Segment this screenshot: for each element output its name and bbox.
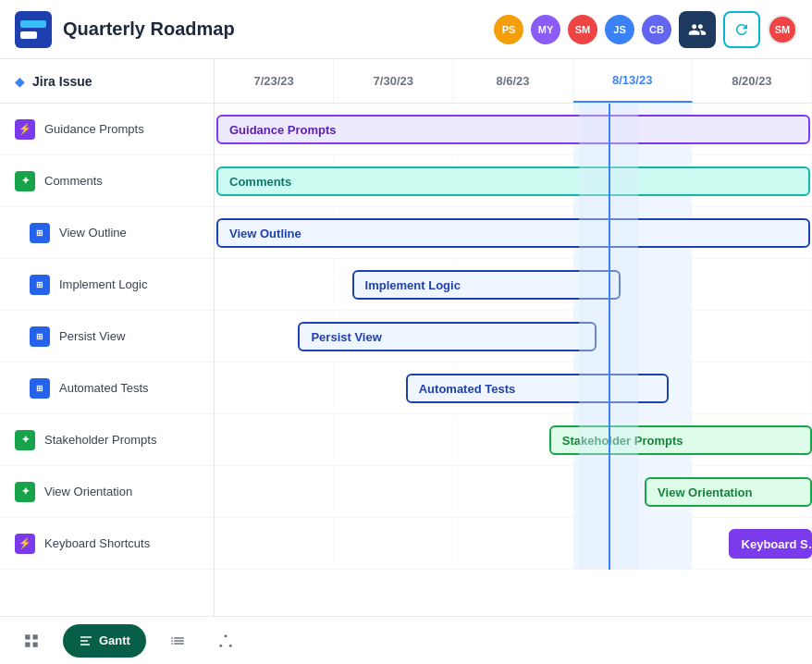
gantt-cell	[215, 363, 334, 413]
gantt-header: 7/23/23 7/30/23 8/6/23 8/13/23 8/20/23	[215, 59, 812, 104]
col-date-3: 8/6/23	[453, 59, 572, 103]
bar-implement-logic[interactable]: Implement Logic	[352, 270, 621, 300]
bar-view-outline[interactable]: View Outline	[216, 218, 810, 248]
sidebar: ◆ Jira Issue ⚡ Guidance Prompts ✦ Commen…	[0, 59, 215, 616]
view-orientation-icon: ✦	[15, 482, 35, 502]
gantt-cell	[334, 414, 453, 465]
gantt-row-persist-view: Persist View	[215, 311, 812, 363]
grid-view-button[interactable]	[15, 624, 48, 658]
app-title: Quarterly Roadmap	[63, 18, 235, 40]
gantt-cell	[215, 414, 334, 465]
avatar-ps[interactable]: PS	[494, 15, 523, 44]
col-date-4: 8/13/23	[573, 59, 693, 103]
gantt-row-implement-logic: Implement Logic	[215, 259, 812, 311]
automated-tests-icon: ⊞	[30, 378, 50, 399]
keyboard-shortcuts-icon: ⚡	[15, 534, 35, 554]
header-right: PS MY SM JS CB SM	[494, 11, 797, 48]
app-logo	[15, 11, 52, 48]
bar-persist-view[interactable]: Persist View	[298, 322, 597, 351]
persist-view-icon: ⊞	[30, 326, 50, 347]
col-date-5: 8/20/23	[693, 59, 812, 103]
gantt-cell	[693, 259, 812, 310]
sidebar-header: ◆ Jira Issue	[0, 59, 214, 104]
gantt-row-automated-tests: Automated Tests	[215, 363, 812, 414]
bottom-toolbar: Gantt	[0, 616, 812, 664]
svg-point-1	[219, 644, 222, 646]
bar-guidance-prompts[interactable]: Guidance Prompts	[216, 115, 810, 144]
stakeholder-prompts-icon: ✦	[15, 430, 35, 450]
view-outline-icon: ⊞	[30, 223, 50, 243]
gantt-row-view-orientation: View Orientation	[215, 466, 812, 518]
avatar-my[interactable]: MY	[531, 15, 560, 44]
gantt-cell	[334, 518, 453, 569]
node-view-button[interactable]	[209, 624, 242, 658]
gantt-cell	[334, 466, 453, 517]
sidebar-item-comments[interactable]: ✦ Comments	[0, 155, 214, 207]
gantt-label: Gantt	[99, 633, 130, 647]
bar-view-orientation[interactable]: View Orientation	[645, 477, 812, 507]
avatar-sm[interactable]: SM	[568, 15, 597, 44]
list-view-button[interactable]	[161, 624, 194, 658]
col-date-1: 7/23/23	[215, 59, 334, 103]
bar-comments[interactable]: Comments	[216, 166, 810, 196]
keyboard-shortcuts-label: Keyboard Shortcuts	[44, 536, 150, 550]
svg-point-2	[229, 644, 232, 646]
gantt-view-button[interactable]: Gantt	[63, 624, 146, 658]
app-header: Quarterly Roadmap PS MY SM JS CB SM	[0, 0, 812, 59]
sidebar-item-persist-view[interactable]: ⊞ Persist View	[0, 311, 214, 363]
sidebar-item-view-outline[interactable]: ⊞ View Outline	[0, 207, 214, 259]
avatar-cb[interactable]: CB	[642, 15, 671, 44]
implement-logic-icon: ⊞	[30, 275, 50, 295]
col-date-2: 7/30/23	[334, 59, 453, 103]
gantt-cell	[693, 311, 812, 362]
gantt-cell	[453, 518, 572, 569]
gantt-row-guidance-prompts: Guidance Prompts	[215, 104, 812, 155]
automated-tests-label: Automated Tests	[59, 381, 149, 395]
gantt-cell	[215, 518, 334, 569]
persist-view-label: Persist View	[59, 329, 125, 343]
gantt-cell	[693, 363, 812, 413]
sidebar-item-keyboard-shortcuts[interactable]: ⚡ Keyboard Shortcuts	[0, 518, 214, 570]
gantt-row-view-outline: View Outline	[215, 207, 812, 259]
header-left: Quarterly Roadmap	[15, 11, 235, 48]
gantt-cell	[215, 466, 334, 517]
gantt-cell	[215, 259, 334, 310]
comments-icon: ✦	[15, 171, 35, 191]
gantt-row-keyboard-shortcuts: Keyboard S…	[215, 518, 812, 570]
gantt-row-comments: Comments	[215, 155, 812, 207]
guidance-prompts-label: Guidance Prompts	[44, 122, 144, 136]
gantt-cell	[573, 518, 693, 569]
jira-icon: ◆	[15, 74, 25, 89]
gantt-chart: 7/23/23 7/30/23 8/6/23 8/13/23 8/20/23 G…	[215, 59, 812, 616]
gantt-cell	[453, 466, 572, 517]
sidebar-item-stakeholder-prompts[interactable]: ✦ Stakeholder Prompts	[0, 414, 214, 466]
guidance-prompts-icon: ⚡	[15, 119, 35, 140]
refresh-button[interactable]	[723, 11, 760, 48]
avatar-js[interactable]: JS	[605, 15, 634, 44]
sidebar-item-guidance-prompts[interactable]: ⚡ Guidance Prompts	[0, 104, 214, 155]
gantt-row-stakeholder-prompts: Stakeholder Prompts	[215, 414, 812, 466]
implement-logic-label: Implement Logic	[59, 277, 147, 291]
sidebar-item-view-orientation[interactable]: ✦ View Orientation	[0, 466, 214, 518]
sidebar-item-implement-logic[interactable]: ⊞ Implement Logic	[0, 259, 214, 311]
bar-stakeholder-prompts[interactable]: Stakeholder Prompts	[549, 425, 812, 455]
view-orientation-label: View Orientation	[44, 485, 132, 498]
comments-label: Comments	[44, 174, 103, 188]
bar-keyboard-shortcuts[interactable]: Keyboard S…	[729, 529, 812, 559]
main-content: ◆ Jira Issue ⚡ Guidance Prompts ✦ Commen…	[0, 59, 812, 616]
sidebar-header-label: Jira Issue	[32, 74, 92, 89]
view-outline-label: View Outline	[59, 226, 127, 240]
stakeholder-prompts-label: Stakeholder Prompts	[44, 433, 156, 447]
sidebar-item-automated-tests[interactable]: ⊞ Automated Tests	[0, 363, 214, 414]
gantt-body: Guidance Prompts Comments View Outline	[215, 104, 812, 570]
svg-point-0	[224, 634, 227, 637]
people-button[interactable]	[679, 11, 716, 48]
user-avatar[interactable]: SM	[768, 15, 797, 44]
bar-automated-tests[interactable]: Automated Tests	[406, 374, 669, 403]
